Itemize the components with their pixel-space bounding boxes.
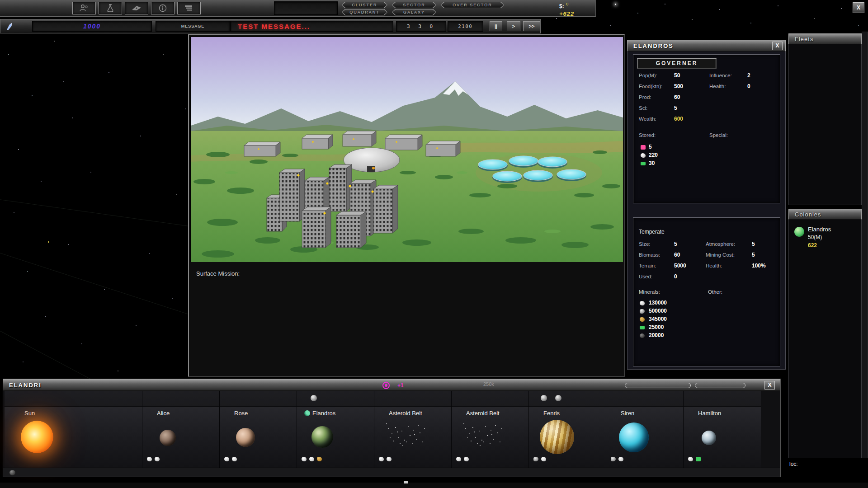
system-title: ELANDRI bbox=[9, 382, 42, 389]
surface-scene bbox=[191, 37, 623, 262]
ship-icon bbox=[131, 4, 142, 13]
people-button[interactable] bbox=[72, 2, 96, 14]
elandros-title: ELANDROS bbox=[633, 42, 674, 49]
system-close-button[interactable]: X bbox=[764, 381, 775, 389]
info-value: 5 bbox=[752, 241, 755, 247]
message-label-segment: MESSAGE bbox=[156, 21, 230, 32]
moon-icon bbox=[311, 395, 317, 401]
green-resource-icon bbox=[641, 162, 646, 165]
nav-over-sector-button[interactable]: OVER SECTOR bbox=[441, 2, 504, 8]
gray-resource-icon bbox=[533, 457, 538, 461]
colony-list-item[interactable]: Elandros 50(M) 622 bbox=[789, 222, 861, 251]
play-button[interactable]: > bbox=[507, 21, 520, 31]
gold-resource-icon bbox=[317, 457, 322, 461]
slot-bar bbox=[625, 383, 691, 388]
white-mineral-icon bbox=[640, 301, 645, 305]
info-value: 5 bbox=[752, 252, 755, 258]
nav-galaxy-button[interactable]: GALAXY bbox=[392, 9, 436, 15]
resource-icons bbox=[611, 457, 623, 461]
nav-quadrant-label: QUADRANT bbox=[349, 10, 380, 14]
system-body-row: Sun Alice Rose Elandros bbox=[5, 391, 761, 468]
info-value: 100% bbox=[752, 263, 766, 269]
titlebar-note: 250k bbox=[483, 381, 494, 387]
nav-sector-button[interactable]: SECTOR bbox=[392, 2, 436, 8]
nav-cluster-button[interactable]: CLUSTER bbox=[342, 2, 387, 8]
stored-value: 220 bbox=[649, 152, 658, 158]
shipyard-button[interactable] bbox=[125, 2, 148, 14]
system-body-cell-fenris[interactable]: Fenris bbox=[529, 391, 606, 468]
colony-marker-icon bbox=[304, 410, 310, 416]
white-resource-icon bbox=[379, 457, 384, 461]
gray-resource-icon bbox=[611, 457, 616, 461]
resource-icons bbox=[456, 457, 469, 461]
resource-icons bbox=[147, 457, 160, 461]
climate-label: Temperate bbox=[639, 229, 665, 235]
body-name: Asteroid Belt bbox=[389, 410, 422, 417]
mineral-value: 25000 bbox=[649, 324, 664, 330]
loc-label: loc: bbox=[789, 461, 798, 467]
stat-label: Health: bbox=[709, 84, 726, 89]
elandros-panel-body: GOVERNER Pop(M): 50 Influence: 2 Food(kt… bbox=[627, 52, 786, 370]
surface-mission-label: Surface Mission: bbox=[196, 270, 240, 277]
research-button[interactable] bbox=[99, 2, 122, 14]
mineral-value: 20000 bbox=[649, 332, 664, 338]
system-body-cell-asteroid-belt-2[interactable]: Asteroid Belt bbox=[452, 391, 529, 468]
screen-close-button[interactable]: X bbox=[853, 2, 864, 13]
resource-icons bbox=[302, 457, 322, 461]
money-label: $: bbox=[559, 3, 564, 9]
year-readout: 2100 bbox=[448, 21, 483, 32]
white-resource-icon bbox=[456, 457, 461, 461]
info-button[interactable] bbox=[151, 2, 175, 14]
fleets-list[interactable] bbox=[788, 44, 862, 205]
fast-forward-button[interactable]: >> bbox=[523, 21, 540, 31]
system-body-cell-hamilton[interactable]: Hamilton bbox=[684, 391, 761, 468]
stat-value: 5 bbox=[674, 105, 677, 111]
stat-label: Wealth: bbox=[639, 116, 656, 122]
fleet-button[interactable] bbox=[177, 2, 201, 14]
planet-surface-view[interactable] bbox=[190, 37, 623, 262]
governor-button[interactable]: GOVERNER bbox=[637, 58, 717, 69]
planet-image bbox=[160, 430, 176, 446]
info-label: Size: bbox=[639, 241, 651, 247]
system-body-cell-alice[interactable]: Alice bbox=[142, 391, 220, 468]
system-body-cell-sun[interactable]: Sun bbox=[5, 391, 142, 468]
system-body-cell-asteroid-belt-1[interactable]: Asteroid Belt bbox=[374, 391, 452, 468]
info-value: 0 bbox=[674, 273, 677, 280]
stored-value: 5 bbox=[649, 144, 652, 150]
minerals-label: Minerals: bbox=[639, 289, 660, 295]
dark-mineral-icon bbox=[640, 333, 645, 338]
nav-galaxy-label: GALAXY bbox=[403, 10, 425, 14]
system-body-cell-elandros[interactable]: Elandros bbox=[297, 391, 374, 468]
info-label: Health: bbox=[706, 263, 722, 268]
bottom-tick bbox=[404, 481, 408, 483]
system-body-cell-rose[interactable]: Rose bbox=[220, 391, 297, 468]
game-screen: { "ui": { "close_label": "X" }, "top_bar… bbox=[0, 0, 868, 488]
stat-value: 2 bbox=[747, 72, 750, 79]
stat-value: 0 bbox=[747, 83, 750, 89]
nav-cluster-label: CLUSTER bbox=[352, 3, 377, 7]
moon-icon bbox=[541, 395, 547, 401]
stat-label: Prod: bbox=[639, 94, 651, 100]
colony-planet-icon bbox=[794, 227, 804, 237]
other-label: Other: bbox=[708, 289, 722, 295]
nav-quadrant-button[interactable]: QUADRANT bbox=[342, 9, 387, 15]
white-resource-icon bbox=[309, 457, 314, 461]
right-scrollbar[interactable] bbox=[862, 32, 868, 458]
elandros-close-button[interactable]: X bbox=[772, 42, 783, 50]
stat-value: 600 bbox=[674, 116, 683, 122]
white-resource-icon bbox=[224, 457, 229, 461]
mineral-value: 130000 bbox=[649, 300, 667, 306]
topbar-inset-display bbox=[274, 1, 338, 15]
asteroid-belt-image bbox=[386, 423, 427, 449]
colony-stats-section: GOVERNER Pop(M): 50 Influence: 2 Food(kt… bbox=[633, 54, 780, 203]
body-name-row: Elandros bbox=[304, 410, 335, 417]
research-icon bbox=[104, 4, 116, 13]
colonies-list: Elandros 50(M) 622 bbox=[788, 220, 862, 458]
planet-surface-window: Surface Mission: bbox=[188, 34, 625, 377]
year-value: 2100 bbox=[458, 24, 472, 29]
system-body-cell-siren[interactable]: Siren bbox=[606, 391, 684, 468]
pause-button[interactable]: || bbox=[490, 21, 502, 31]
sun-image bbox=[21, 421, 53, 453]
people-icon bbox=[78, 4, 90, 13]
body-name: Hamilton bbox=[698, 410, 721, 417]
